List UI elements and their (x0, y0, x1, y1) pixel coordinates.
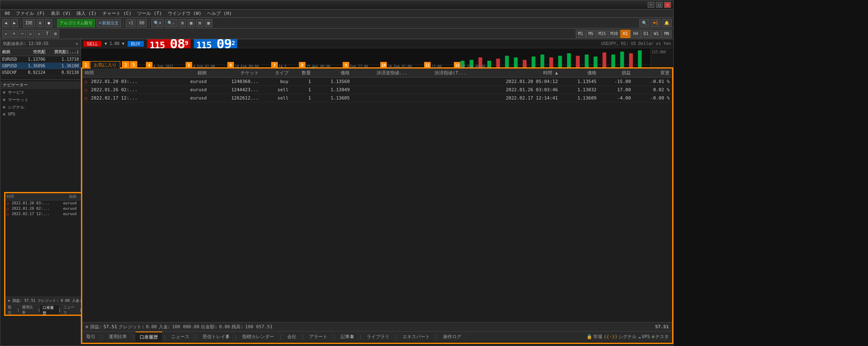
nav-vps[interactable]: ⊕ VPS (0, 111, 81, 117)
mw-row-gbpusd[interactable]: GBPUSD 1.36096 1.36100 (0, 63, 81, 69)
record-button[interactable]: ● (45, 19, 52, 27)
close-button[interactable]: ✕ (664, 2, 671, 8)
tab-badge-5[interactable]: 5 (186, 62, 192, 69)
sell-button[interactable]: SELL (83, 41, 101, 47)
tab-badge-6[interactable]: 6 (227, 62, 234, 69)
tab-badge-10[interactable]: 10 (380, 62, 387, 69)
grid2-button[interactable]: ⊞ (52, 30, 59, 38)
mw-row-usdchf[interactable]: USDCHF 0.92124 0.92130 (0, 69, 81, 76)
tf-m30[interactable]: M30 (608, 30, 620, 38)
buy-button[interactable]: BUY (128, 41, 144, 47)
time-label-6: 14 Feb 09:00 (235, 65, 259, 69)
cell-price-close-3: 1.13609 (560, 94, 599, 102)
market-right-tab[interactable]: 🔒 市場 (587, 334, 602, 340)
tab-badge-3[interactable]: 3 (130, 61, 137, 69)
tab-trading[interactable]: 取引 (82, 332, 100, 342)
s-tab-news[interactable]: ニュース (61, 305, 79, 315)
tab-badge-7[interactable]: 7 (271, 62, 278, 69)
maximize-button[interactable]: □ (656, 2, 663, 8)
count-button[interactable]: 00 (137, 19, 147, 27)
tf-m1[interactable]: M1 (576, 30, 586, 38)
chart-type-button[interactable]: ⊞ (196, 19, 203, 27)
tf-m5[interactable]: M5 (586, 30, 596, 38)
tf-w1[interactable]: W1 (651, 30, 661, 38)
menu-window[interactable]: ウインドウ (W) (165, 10, 204, 17)
text-button[interactable]: T (43, 30, 51, 38)
tf-h1[interactable]: H1 (620, 30, 630, 38)
candle-button[interactable]: ▦ (187, 19, 195, 27)
cell-ticket-3: 1262612... (209, 94, 261, 102)
menu-tools[interactable]: ツール (T) (135, 10, 165, 17)
tab-badge-4[interactable]: 4 (146, 62, 153, 69)
table-row[interactable]: □ 2022.01.20 03:... eurusd 1240360... bu… (82, 78, 672, 86)
tab-badge-12[interactable]: 12 (454, 62, 460, 69)
ide-button[interactable]: IDE (23, 19, 35, 27)
menu-file[interactable]: 00 (2, 10, 12, 17)
s-tab-trading[interactable]: 取引 (5, 305, 17, 315)
notifications-button[interactable]: 🔔 (662, 19, 672, 27)
s-tab-history[interactable]: 口座履歴 (40, 305, 59, 315)
tab-risk[interactable]: 運用比率 (105, 332, 131, 342)
signals-right-tab[interactable]: ((·)) シグナル (604, 334, 637, 340)
menu-insert[interactable]: 挿入 (I) (74, 10, 99, 17)
favorites-label[interactable]: お気に入り (90, 61, 120, 69)
col-time-close[interactable]: 時間 ▲ (469, 69, 560, 78)
tf-mn[interactable]: MN (662, 30, 672, 38)
line-button[interactable]: ─ (19, 30, 26, 38)
tab-badge-9[interactable]: 9 (343, 62, 349, 69)
plus-icon: ⊕ (86, 324, 88, 329)
tab-company[interactable]: 会社 (283, 332, 301, 342)
up1-button[interactable]: ↑1 (126, 19, 136, 27)
tab-calendar[interactable]: 指標カレンダー (238, 332, 279, 342)
tf-m15[interactable]: M15 (596, 30, 608, 38)
nav-signals[interactable]: ⊕ シグナル (0, 104, 81, 111)
table-row[interactable]: □ 2022.02.17 12:... eurusd 1262612... se… (82, 94, 672, 102)
alert-button[interactable]: ⚑1 (651, 19, 661, 27)
tab-news[interactable]: ニュース (167, 332, 194, 342)
forward-button[interactable]: ▶ (11, 19, 18, 27)
indicators-button[interactable]: ▦ (205, 19, 212, 27)
back-button[interactable]: ◀ (2, 19, 10, 27)
menu-view[interactable]: 表示 (V) (48, 10, 74, 17)
zoom-out-button[interactable]: 🔍- (165, 19, 177, 27)
cursor-button[interactable]: ↗ (2, 30, 10, 38)
tf-h4[interactable]: H4 (631, 30, 641, 38)
tab-history[interactable]: 口座履歴 (136, 332, 162, 342)
tab-alerts[interactable]: アラート (305, 332, 332, 342)
pencil-button[interactable]: ✏ (27, 30, 34, 38)
s-tab-risk[interactable]: 運用比率 (19, 305, 38, 315)
mw-row-eurusd[interactable]: EURUSD 1.13706 1.13710 (0, 56, 81, 63)
table-row[interactable]: □ 2022.01.26 02:... eurusd 1244423... se… (82, 86, 672, 94)
tab-log[interactable]: 操作ログ (439, 332, 466, 342)
nav-services[interactable]: ⊕ サービス (0, 89, 81, 96)
cell-time-open-3: □ 2022.02.17 12:... (82, 94, 175, 102)
tab-library[interactable]: ライブラリ (362, 332, 394, 342)
tab-badge-2[interactable]: 2 (122, 61, 129, 69)
tab-expert[interactable]: エキスパート (398, 332, 434, 342)
tab-badge-8[interactable]: 8 (299, 62, 305, 69)
zoom-in-button[interactable]: 🔍+ (151, 19, 164, 27)
trade-table-container[interactable]: 時間 銘柄 チケット タイプ 数量 価格 決済逆指値... 決済指値(T... … (82, 69, 672, 322)
grid-button[interactable]: ⊞ (179, 19, 186, 27)
tab-inbox[interactable]: 受信トレイ7 (198, 332, 234, 342)
tester-right-tab[interactable]: ⚙ テスタ (651, 334, 669, 340)
market-watch-close[interactable]: ✕ (76, 41, 78, 46)
tab-badge-1[interactable]: 1 (82, 61, 90, 69)
menu-help[interactable]: ヘルプ (H) (205, 10, 234, 17)
crosshair-button[interactable]: + (10, 30, 18, 38)
nav-market[interactable]: ⊕ マーケット (0, 96, 81, 104)
settings-button[interactable]: ⚙ (36, 19, 44, 27)
search-icon-btn[interactable]: 🔍 (639, 19, 649, 27)
new-order-button[interactable]: + 新規注文 (96, 19, 121, 27)
vps-right-tab[interactable]: ☁ VPS (638, 334, 650, 339)
menu-chart[interactable]: チャート (C) (100, 10, 134, 17)
tab-badge-11[interactable]: 11 (424, 62, 431, 69)
algo-trading-button[interactable]: アルゴリズム取引 (57, 19, 95, 27)
tab-articles[interactable]: 記事1 (336, 332, 358, 342)
tf-d1[interactable]: D1 (641, 30, 651, 38)
minimize-button[interactable]: ─ (648, 2, 654, 8)
cell-type-2: sell (261, 86, 291, 94)
arrow-button[interactable]: ↗ (35, 30, 43, 38)
menu-file-label[interactable]: ファイル (F) (13, 10, 48, 17)
col-change: 変更 (633, 69, 672, 78)
